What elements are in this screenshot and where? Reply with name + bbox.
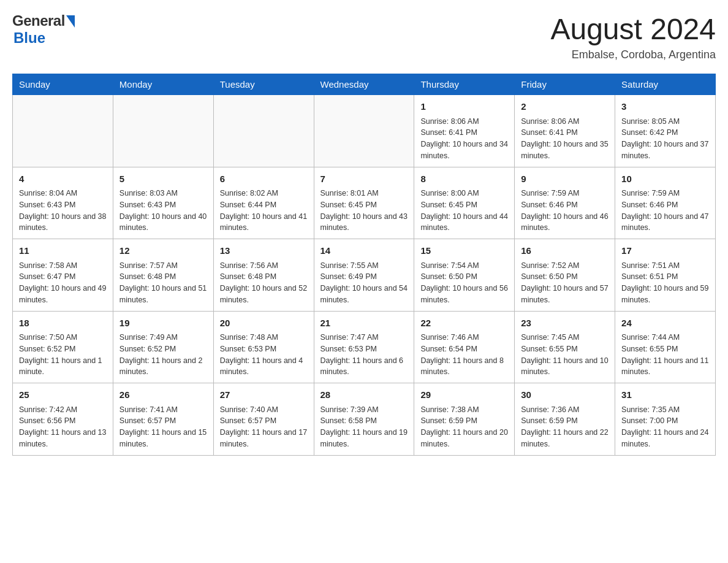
day-number: 30 xyxy=(521,388,609,402)
day-info: Sunrise: 7:42 AM Sunset: 6:56 PM Dayligh… xyxy=(19,404,107,450)
weekday-header-thursday: Thursday xyxy=(414,74,515,95)
day-info: Sunrise: 7:48 AM Sunset: 6:53 PM Dayligh… xyxy=(220,332,308,378)
day-number: 21 xyxy=(320,316,408,331)
weekday-header-wednesday: Wednesday xyxy=(314,74,414,95)
day-info: Sunrise: 7:56 AM Sunset: 6:48 PM Dayligh… xyxy=(220,260,308,306)
calendar-cell: 21Sunrise: 7:47 AM Sunset: 6:53 PM Dayli… xyxy=(314,311,414,383)
day-info: Sunrise: 7:45 AM Sunset: 6:55 PM Dayligh… xyxy=(521,332,609,378)
day-info: Sunrise: 8:06 AM Sunset: 6:41 PM Dayligh… xyxy=(521,116,609,162)
day-info: Sunrise: 7:41 AM Sunset: 6:57 PM Dayligh… xyxy=(119,404,207,450)
day-info: Sunrise: 7:59 AM Sunset: 6:46 PM Dayligh… xyxy=(521,188,609,234)
calendar-cell: 24Sunrise: 7:44 AM Sunset: 6:55 PM Dayli… xyxy=(615,311,716,383)
logo-general-text: General xyxy=(12,12,65,29)
calendar-cell: 10Sunrise: 7:59 AM Sunset: 6:46 PM Dayli… xyxy=(615,167,716,239)
day-info: Sunrise: 7:36 AM Sunset: 6:59 PM Dayligh… xyxy=(521,404,609,450)
day-number: 20 xyxy=(220,316,308,331)
calendar-cell xyxy=(314,95,414,167)
day-number: 17 xyxy=(621,244,709,258)
calendar-cell: 26Sunrise: 7:41 AM Sunset: 6:57 PM Dayli… xyxy=(113,383,213,456)
calendar-cell: 7Sunrise: 8:01 AM Sunset: 6:45 PM Daylig… xyxy=(314,167,414,239)
location-text: Embalse, Cordoba, Argentina xyxy=(550,48,716,61)
title-section: August 2024 Embalse, Cordoba, Argentina xyxy=(550,12,716,61)
day-number: 14 xyxy=(320,244,408,258)
day-info: Sunrise: 8:02 AM Sunset: 6:44 PM Dayligh… xyxy=(220,188,308,234)
day-info: Sunrise: 8:00 AM Sunset: 6:45 PM Dayligh… xyxy=(420,188,508,234)
calendar-cell: 12Sunrise: 7:57 AM Sunset: 6:48 PM Dayli… xyxy=(113,239,213,312)
day-number: 5 xyxy=(119,172,207,186)
day-info: Sunrise: 7:40 AM Sunset: 6:57 PM Dayligh… xyxy=(220,404,308,450)
day-number: 26 xyxy=(119,388,207,402)
day-number: 23 xyxy=(521,316,609,331)
weekday-header-saturday: Saturday xyxy=(615,74,716,95)
day-info: Sunrise: 7:58 AM Sunset: 6:47 PM Dayligh… xyxy=(19,260,107,306)
day-info: Sunrise: 7:44 AM Sunset: 6:55 PM Dayligh… xyxy=(621,332,709,378)
calendar-cell: 17Sunrise: 7:51 AM Sunset: 6:51 PM Dayli… xyxy=(615,239,716,312)
calendar-week-row: 11Sunrise: 7:58 AM Sunset: 6:47 PM Dayli… xyxy=(13,239,716,312)
day-number: 27 xyxy=(220,388,308,402)
calendar-cell: 4Sunrise: 8:04 AM Sunset: 6:43 PM Daylig… xyxy=(13,167,113,239)
calendar-cell: 31Sunrise: 7:35 AM Sunset: 7:00 PM Dayli… xyxy=(615,383,716,456)
day-info: Sunrise: 7:55 AM Sunset: 6:49 PM Dayligh… xyxy=(320,260,408,306)
calendar-cell xyxy=(213,95,314,167)
calendar-cell: 3Sunrise: 8:05 AM Sunset: 6:42 PM Daylig… xyxy=(615,95,716,167)
day-number: 2 xyxy=(521,100,609,114)
calendar-cell xyxy=(13,95,113,167)
calendar-cell xyxy=(113,95,213,167)
day-info: Sunrise: 8:05 AM Sunset: 6:42 PM Dayligh… xyxy=(621,116,709,162)
day-info: Sunrise: 7:51 AM Sunset: 6:51 PM Dayligh… xyxy=(621,260,709,306)
calendar-cell: 22Sunrise: 7:46 AM Sunset: 6:54 PM Dayli… xyxy=(414,311,515,383)
calendar-cell: 29Sunrise: 7:38 AM Sunset: 6:59 PM Dayli… xyxy=(414,383,515,456)
day-number: 29 xyxy=(420,388,508,402)
day-number: 11 xyxy=(19,244,107,258)
day-info: Sunrise: 7:39 AM Sunset: 6:58 PM Dayligh… xyxy=(320,404,408,450)
calendar-week-row: 18Sunrise: 7:50 AM Sunset: 6:52 PM Dayli… xyxy=(13,311,716,383)
day-number: 13 xyxy=(220,244,308,258)
calendar-cell: 6Sunrise: 8:02 AM Sunset: 6:44 PM Daylig… xyxy=(213,167,314,239)
day-number: 28 xyxy=(320,388,408,402)
day-number: 31 xyxy=(621,388,709,402)
day-number: 4 xyxy=(19,172,107,186)
day-number: 9 xyxy=(521,172,609,186)
day-number: 10 xyxy=(621,172,709,186)
page-header: General Blue August 2024 Embalse, Cordob… xyxy=(12,12,716,61)
day-number: 12 xyxy=(119,244,207,258)
calendar-week-row: 4Sunrise: 8:04 AM Sunset: 6:43 PM Daylig… xyxy=(13,167,716,239)
calendar-header-row: SundayMondayTuesdayWednesdayThursdayFrid… xyxy=(13,74,716,95)
calendar-cell: 15Sunrise: 7:54 AM Sunset: 6:50 PM Dayli… xyxy=(414,239,515,312)
day-number: 24 xyxy=(621,316,709,331)
day-info: Sunrise: 7:52 AM Sunset: 6:50 PM Dayligh… xyxy=(521,260,609,306)
calendar-cell: 9Sunrise: 7:59 AM Sunset: 6:46 PM Daylig… xyxy=(515,167,615,239)
logo: General Blue xyxy=(12,12,75,47)
day-number: 1 xyxy=(420,100,508,114)
calendar-cell: 18Sunrise: 7:50 AM Sunset: 6:52 PM Dayli… xyxy=(13,311,113,383)
day-info: Sunrise: 8:03 AM Sunset: 6:43 PM Dayligh… xyxy=(119,188,207,234)
calendar-cell: 8Sunrise: 8:00 AM Sunset: 6:45 PM Daylig… xyxy=(414,167,515,239)
calendar-cell: 30Sunrise: 7:36 AM Sunset: 6:59 PM Dayli… xyxy=(515,383,615,456)
weekday-header-monday: Monday xyxy=(113,74,213,95)
day-number: 22 xyxy=(420,316,508,331)
day-info: Sunrise: 8:06 AM Sunset: 6:41 PM Dayligh… xyxy=(420,116,508,162)
calendar-cell: 23Sunrise: 7:45 AM Sunset: 6:55 PM Dayli… xyxy=(515,311,615,383)
weekday-header-tuesday: Tuesday xyxy=(213,74,314,95)
logo-blue-text: Blue xyxy=(13,29,45,47)
day-info: Sunrise: 7:59 AM Sunset: 6:46 PM Dayligh… xyxy=(621,188,709,234)
day-number: 8 xyxy=(420,172,508,186)
day-info: Sunrise: 7:35 AM Sunset: 7:00 PM Dayligh… xyxy=(621,404,709,450)
day-info: Sunrise: 7:46 AM Sunset: 6:54 PM Dayligh… xyxy=(420,332,508,378)
day-number: 7 xyxy=(320,172,408,186)
logo-arrow-icon xyxy=(66,15,75,28)
calendar-table: SundayMondayTuesdayWednesdayThursdayFrid… xyxy=(12,74,716,456)
calendar-cell: 28Sunrise: 7:39 AM Sunset: 6:58 PM Dayli… xyxy=(314,383,414,456)
calendar-cell: 19Sunrise: 7:49 AM Sunset: 6:52 PM Dayli… xyxy=(113,311,213,383)
day-info: Sunrise: 7:47 AM Sunset: 6:53 PM Dayligh… xyxy=(320,332,408,378)
day-number: 19 xyxy=(119,316,207,331)
day-info: Sunrise: 7:57 AM Sunset: 6:48 PM Dayligh… xyxy=(119,260,207,306)
weekday-header-sunday: Sunday xyxy=(13,74,113,95)
calendar-cell: 16Sunrise: 7:52 AM Sunset: 6:50 PM Dayli… xyxy=(515,239,615,312)
calendar-cell: 25Sunrise: 7:42 AM Sunset: 6:56 PM Dayli… xyxy=(13,383,113,456)
day-number: 3 xyxy=(621,100,709,114)
day-number: 25 xyxy=(19,388,107,402)
calendar-cell: 27Sunrise: 7:40 AM Sunset: 6:57 PM Dayli… xyxy=(213,383,314,456)
weekday-header-friday: Friday xyxy=(515,74,615,95)
calendar-cell: 14Sunrise: 7:55 AM Sunset: 6:49 PM Dayli… xyxy=(314,239,414,312)
